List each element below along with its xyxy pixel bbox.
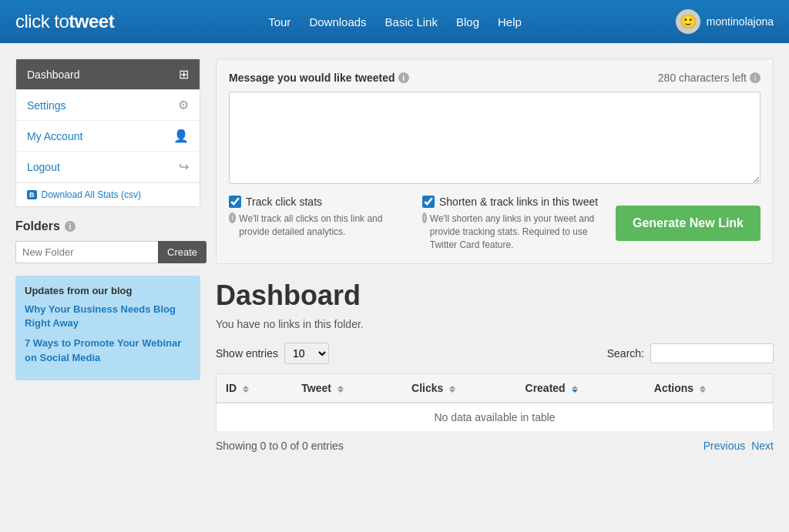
col-actions[interactable]: Actions	[645, 374, 774, 403]
track-clicks-option: Track click stats i We'll track all clic…	[229, 196, 407, 239]
col-created[interactable]: Created	[516, 374, 645, 403]
search-input[interactable]	[650, 343, 774, 363]
grid-icon: ⊞	[179, 67, 189, 82]
no-data-cell: No data available in table	[217, 403, 774, 432]
create-folder-button[interactable]: Create	[158, 241, 206, 263]
sidebar-menu: Dashboard ⊞ Settings ⚙ My Account 👤 Logo…	[15, 59, 200, 207]
tweet-textarea[interactable]	[229, 92, 760, 184]
nav-downloads[interactable]: Downloads	[309, 15, 366, 28]
sidebar-label-settings: Settings	[27, 99, 66, 112]
dashboard-section: Dashboard You have no links in this fold…	[216, 279, 774, 452]
generate-new-link-button[interactable]: Generate New Link	[616, 206, 760, 241]
nav-basic-link[interactable]: Basic Link	[385, 15, 438, 28]
download-stats-row: B Download All Stats (csv)	[16, 182, 200, 206]
page-title: Dashboard	[216, 279, 774, 312]
col-clicks[interactable]: Clicks	[402, 374, 515, 403]
sidebar: Dashboard ⊞ Settings ⚙ My Account 👤 Logo…	[15, 59, 200, 452]
no-data-row: No data available in table	[217, 403, 774, 432]
track-clicks-label-row: Track click stats	[229, 196, 407, 208]
shorten-links-option: Shorten & track links in this tweet i We…	[422, 196, 600, 251]
tweet-box-header: Message you would like tweeted i 280 cha…	[229, 72, 760, 84]
shorten-links-label-row: Shorten & track links in this tweet	[422, 196, 600, 208]
folders-title: Folders i	[15, 219, 200, 233]
track-clicks-desc: i We'll track all clicks on this link an…	[229, 212, 407, 239]
search-area: Search:	[607, 343, 774, 363]
next-button[interactable]: Next	[751, 440, 774, 452]
csv-icon: B	[27, 190, 37, 199]
blog-updates-title: Updates from our blog	[25, 285, 191, 296]
table-header-row: ID Tweet Clicks	[217, 374, 774, 403]
sort-actions-icon	[700, 386, 706, 393]
sidebar-item-settings[interactable]: Settings ⚙	[16, 90, 200, 121]
sort-id-icon	[243, 386, 249, 393]
col-id[interactable]: ID	[217, 374, 293, 403]
main-layout: Dashboard ⊞ Settings ⚙ My Account 👤 Logo…	[0, 43, 789, 467]
blog-post-1[interactable]: Why Your Business Needs Blog Right Away	[25, 303, 191, 330]
shorten-links-desc: i We'll shorten any links in your tweet …	[422, 212, 600, 251]
username: montinolajona	[707, 15, 774, 28]
tweet-label: Message you would like tweeted i	[229, 72, 409, 84]
sidebar-item-dashboard[interactable]: Dashboard ⊞	[16, 59, 200, 90]
sort-created-icon	[572, 386, 578, 393]
showing-entries: Showing 0 to 0 of 0 entries	[216, 440, 344, 452]
folders-info-icon: i	[65, 221, 76, 232]
no-links-message: You have no links in this folder.	[216, 318, 774, 330]
table-footer: Showing 0 to 0 of 0 entries Previous Nex…	[216, 440, 774, 452]
nav-blog[interactable]: Blog	[456, 15, 479, 28]
new-folder-input[interactable]	[15, 241, 158, 263]
sort-clicks-icon	[449, 386, 455, 393]
sidebar-label-my-account: My Account	[27, 130, 82, 142]
user-icon: 👤	[173, 129, 189, 143]
blog-updates-section: Updates from our blog Why Your Business …	[15, 276, 200, 380]
data-table: ID Tweet Clicks	[216, 373, 774, 432]
sidebar-label-logout: Logout	[27, 161, 60, 173]
sidebar-item-logout[interactable]: Logout ↪	[16, 152, 200, 182]
header: click totweet Tour Downloads Basic Link …	[0, 0, 789, 43]
download-stats-link[interactable]: Download All Stats (csv)	[42, 189, 141, 200]
pagination: Previous Next	[703, 440, 774, 452]
sidebar-label-dashboard: Dashboard	[27, 69, 80, 81]
shorten-links-checkbox[interactable]	[422, 196, 435, 208]
sort-tweet-icon	[337, 386, 344, 393]
blog-post-2[interactable]: 7 Ways to Promote Your Webinar on Social…	[25, 336, 191, 364]
tweet-label-info-icon: i	[398, 72, 409, 83]
main-nav: Tour Downloads Basic Link Blog Help	[268, 15, 522, 28]
show-entries: Show entries 10 25 50 100	[216, 343, 329, 364]
nav-tour[interactable]: Tour	[268, 15, 290, 28]
table-controls: Show entries 10 25 50 100 Search:	[216, 343, 774, 364]
search-label: Search:	[607, 347, 644, 360]
char-count-info-icon: i	[750, 72, 760, 83]
logo: click totweet	[15, 11, 114, 32]
folder-input-row: Create	[15, 241, 200, 263]
folders-section: Folders i Create	[15, 219, 200, 263]
previous-button[interactable]: Previous	[703, 440, 745, 452]
track-desc-info-icon: i	[229, 212, 236, 223]
user-area[interactable]: 🙂 montinolajona	[676, 9, 774, 34]
track-clicks-checkbox[interactable]	[229, 196, 241, 208]
gear-icon: ⚙	[178, 98, 189, 112]
col-tweet[interactable]: Tweet	[292, 374, 402, 403]
tweet-box: Message you would like tweeted i 280 cha…	[216, 59, 774, 264]
avatar: 🙂	[676, 9, 700, 34]
sidebar-item-my-account[interactable]: My Account 👤	[16, 121, 200, 152]
main-content: Message you would like tweeted i 280 cha…	[216, 59, 774, 452]
tweet-options: Track click stats i We'll track all clic…	[229, 196, 760, 251]
entries-select[interactable]: 10 25 50 100	[284, 343, 329, 364]
nav-help[interactable]: Help	[498, 15, 522, 28]
char-count: 280 characters left i	[658, 72, 760, 84]
shorten-desc-info-icon: i	[422, 212, 427, 223]
logout-icon: ↪	[179, 159, 189, 174]
